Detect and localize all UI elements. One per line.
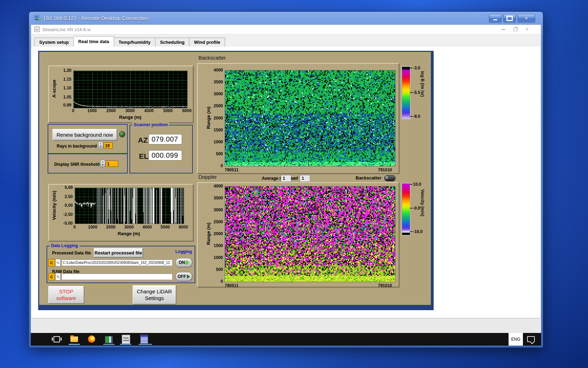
document-viewer-icon[interactable] bbox=[140, 335, 148, 342]
settings-button-line1: Change LiDAR bbox=[137, 288, 172, 295]
tick-label: 791010 bbox=[378, 283, 392, 288]
rdp-window: 192.168.0.122 - Remote Desktop Connectio… bbox=[29, 12, 543, 348]
tick-label: 0 bbox=[208, 163, 223, 168]
tick-label: 3000 bbox=[208, 207, 223, 212]
snr-threshold-label: Display SNR threshold bbox=[54, 162, 99, 167]
elevation-label: EL bbox=[139, 152, 148, 161]
open-indicator bbox=[103, 344, 114, 345]
snr-spinner[interactable]: ▲▼ bbox=[100, 160, 105, 168]
app-restore-button[interactable] bbox=[509, 25, 521, 34]
backscatter-colorbar-label: log B (/m /sr) bbox=[420, 71, 425, 97]
renew-background-button[interactable]: Renew background now bbox=[52, 129, 117, 140]
minimize-icon bbox=[493, 19, 497, 20]
open-indicator bbox=[69, 344, 80, 345]
tick-label: 6000 bbox=[177, 225, 190, 230]
firefox-icon[interactable] bbox=[88, 335, 96, 343]
tab-wind-profile[interactable]: Wind profile bbox=[189, 38, 225, 47]
app-close-button[interactable]: ✕ bbox=[521, 25, 533, 34]
stop-button-line2: software bbox=[56, 295, 76, 301]
scan-sched-line1: Scan bbox=[124, 337, 128, 339]
tick-label: 3000 bbox=[123, 225, 135, 230]
raw-path-field[interactable] bbox=[61, 273, 173, 280]
tick-label: 790511 bbox=[225, 168, 238, 172]
tick-label: 3500 bbox=[208, 196, 223, 200]
app-titlebar[interactable]: StreamLine XR v14-6.vi ✕ bbox=[31, 25, 541, 34]
tab-scheduling[interactable]: Scheduling bbox=[155, 38, 189, 47]
streamline-app-icon[interactable] bbox=[105, 335, 113, 343]
tick-label: 2000 bbox=[105, 225, 117, 230]
tick-label: -0.0 bbox=[413, 206, 420, 211]
velocity-plot bbox=[75, 188, 184, 224]
tick-label: 2000 bbox=[208, 231, 223, 236]
tab-temp-humidity[interactable]: Temp/humidity bbox=[114, 38, 155, 47]
raw-drive-selector[interactable]: C bbox=[48, 273, 55, 280]
spin-down-icon[interactable]: ▼ bbox=[100, 145, 102, 148]
scan-scheduler-icon[interactable]: Scansched bbox=[122, 335, 130, 342]
tick-label: 500 bbox=[208, 151, 223, 156]
taskbar: Scansched ENG bbox=[31, 333, 541, 346]
processed-data-file-label: Processed Data file bbox=[52, 251, 91, 255]
doppler-plot bbox=[225, 186, 396, 282]
velocity-graph: Velocity (m/s) Range (m) 5.002.500.00-2.… bbox=[48, 184, 194, 241]
rays-value-field[interactable]: 10 bbox=[104, 142, 113, 149]
restore-icon bbox=[513, 28, 517, 31]
of-label: of bbox=[294, 176, 298, 181]
average-number-field[interactable]: 1 bbox=[281, 175, 291, 182]
on-label: ON bbox=[179, 260, 185, 265]
data-logging-box: Processed Data file Restart processed fi… bbox=[47, 246, 195, 283]
restart-processed-file-button[interactable]: Restart processed file bbox=[94, 248, 143, 257]
processed-path-field[interactable] bbox=[61, 259, 173, 266]
stop-button-line1: STOP bbox=[59, 288, 74, 295]
tab-real-time-data[interactable]: Real time data bbox=[74, 36, 114, 47]
file-explorer-icon[interactable] bbox=[70, 335, 78, 343]
tab-system-setup[interactable]: System setup bbox=[34, 38, 74, 47]
close-icon: ✕ bbox=[525, 27, 529, 32]
app-minimize-button[interactable] bbox=[497, 25, 509, 34]
backscatter-toggle-label: Backscatter bbox=[356, 175, 382, 180]
tick-label: -2.50 bbox=[57, 212, 73, 217]
tick-label: 5.00 bbox=[57, 185, 73, 190]
processed-logging-toggle[interactable]: ON bbox=[175, 258, 192, 267]
tick-label: 3500 bbox=[208, 80, 223, 84]
maximize-icon bbox=[506, 16, 513, 21]
renew-background-led bbox=[119, 131, 125, 137]
tick-label bbox=[410, 184, 412, 185]
snr-value-field[interactable]: 1 bbox=[106, 161, 118, 167]
tick-label: 2000 bbox=[105, 108, 117, 113]
tick-label: 3000 bbox=[208, 91, 223, 96]
tick-label: -5.5 bbox=[413, 90, 420, 95]
spin-down-icon[interactable]: ▼ bbox=[102, 163, 104, 166]
processed-drive-selector[interactable]: C bbox=[48, 259, 55, 266]
stop-software-button[interactable]: STOP software bbox=[48, 286, 84, 304]
tick-label: 1000 bbox=[86, 108, 98, 113]
rdp-minimize-button[interactable] bbox=[489, 14, 502, 22]
backscatter-title: Backscatter bbox=[198, 55, 226, 61]
language-indicator[interactable]: ENG bbox=[509, 333, 523, 346]
main-panel: A-scope Range (m) 1.201.151.101.050.9901… bbox=[38, 51, 434, 310]
scan-sched-line2: sched bbox=[123, 339, 129, 342]
rays-spinner[interactable]: ▲▼ bbox=[98, 142, 103, 149]
rdp-close-button[interactable]: ✕ bbox=[518, 14, 535, 22]
rdp-maximize-button[interactable] bbox=[503, 14, 516, 22]
tick-label: 1000 bbox=[86, 225, 99, 230]
raw-browse-icon[interactable]: % bbox=[55, 273, 61, 280]
tick-label: -3.0 bbox=[413, 66, 420, 70]
task-view-icon[interactable] bbox=[53, 335, 61, 343]
logging-label: Logging bbox=[174, 249, 193, 254]
rdp-titlebar[interactable]: 192.168.0.122 - Remote Desktop Connectio… bbox=[29, 12, 543, 25]
spin-up-icon[interactable]: ▲ bbox=[100, 142, 102, 145]
action-center-icon[interactable] bbox=[527, 336, 535, 342]
rdp-window-title: 192.168.0.122 - Remote Desktop Connectio… bbox=[43, 15, 148, 21]
backscatter-display-toggle[interactable] bbox=[384, 175, 396, 181]
remote-desktop-client: StreamLine XR v14-6.vi ✕ System setupRea… bbox=[31, 25, 541, 346]
off-label: OFF bbox=[178, 274, 186, 279]
background-controls-box: Renew background now Rays in background … bbox=[48, 124, 128, 154]
doppler-colorbar bbox=[402, 183, 410, 235]
spin-up-icon[interactable]: ▲ bbox=[102, 160, 104, 163]
average-total-field[interactable]: 1 bbox=[300, 175, 310, 182]
change-lidar-settings-button[interactable]: Change LiDAR Settings bbox=[133, 285, 176, 304]
raw-logging-toggle[interactable]: OFF bbox=[175, 272, 192, 281]
processed-browse-icon[interactable]: % bbox=[55, 259, 61, 266]
tick-label: 5000 bbox=[159, 225, 172, 230]
settings-button-line2: Settings bbox=[145, 295, 164, 301]
